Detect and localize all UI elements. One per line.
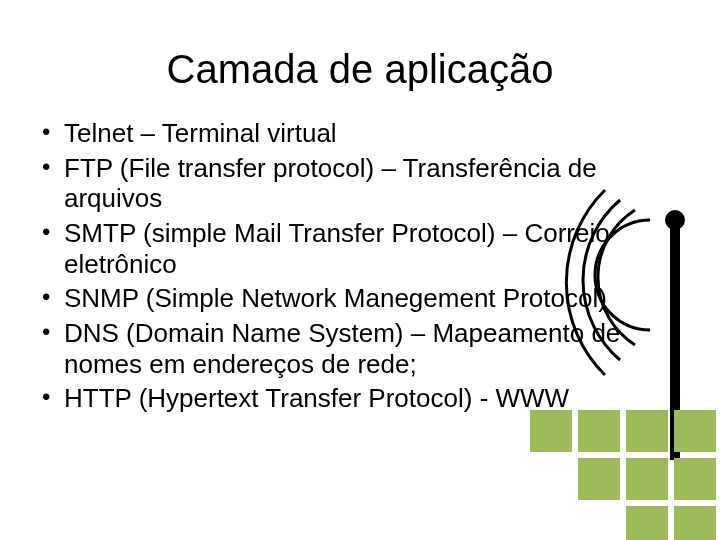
list-item-text: SNMP (Simple Network Manegement Protocol…	[64, 283, 607, 313]
list-item-text: HTTP (Hypertext Transfer Protocol) - WWW	[64, 383, 569, 413]
svg-rect-10	[674, 506, 716, 540]
slide-title: Camada de aplicação	[0, 47, 720, 92]
svg-rect-5	[674, 410, 716, 452]
slide-body: Telnet – Terminal virtual FTP (File tran…	[38, 118, 658, 418]
list-item: DNS (Domain Name System) – Mapeamento de…	[38, 318, 658, 379]
svg-rect-6	[578, 458, 620, 500]
list-item: SMTP (simple Mail Transfer Protocol) – C…	[38, 218, 658, 279]
list-item-text: Telnet – Terminal virtual	[64, 118, 337, 148]
list-item-text: DNS (Domain Name System) – Mapeamento de…	[64, 318, 620, 379]
list-item: HTTP (Hypertext Transfer Protocol) - WWW	[38, 383, 658, 414]
list-item: SNMP (Simple Network Manegement Protocol…	[38, 283, 658, 314]
svg-rect-0	[670, 220, 680, 460]
list-item-text: FTP (File transfer protocol) – Transferê…	[64, 153, 597, 214]
svg-point-1	[665, 210, 685, 230]
list-item-text: SMTP (simple Mail Transfer Protocol) – C…	[64, 218, 610, 279]
bullet-list: Telnet – Terminal virtual FTP (File tran…	[38, 118, 658, 414]
svg-rect-9	[626, 506, 668, 540]
svg-rect-7	[626, 458, 668, 500]
slide: Camada de aplicação Telnet – Terminal vi…	[0, 0, 720, 540]
list-item: FTP (File transfer protocol) – Transferê…	[38, 153, 658, 214]
svg-rect-8	[674, 458, 716, 500]
list-item: Telnet – Terminal virtual	[38, 118, 658, 149]
